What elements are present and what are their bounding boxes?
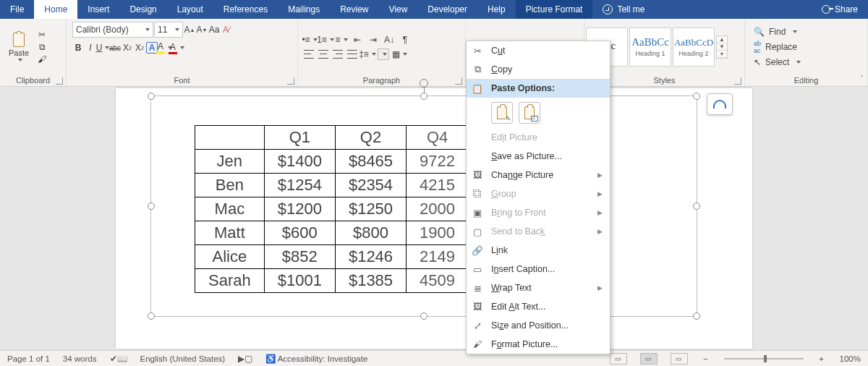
resize-handle-n[interactable] <box>420 93 427 100</box>
submenu-arrow-icon: ▶ <box>597 228 603 235</box>
context-menu: ✂Cut ⧉Copy 📋Paste Options: ✎ Edit Pictur… <box>466 41 610 354</box>
align-right-icon[interactable] <box>333 50 343 59</box>
rotate-handle[interactable] <box>420 79 428 88</box>
dialog-launcher-icon[interactable] <box>287 77 294 85</box>
cut-icon[interactable]: ✂ <box>36 29 48 41</box>
share-button[interactable]: Share <box>812 4 868 14</box>
replace-button[interactable]: abacReplace <box>751 39 804 55</box>
status-word-count[interactable]: 34 words <box>63 354 97 363</box>
tab-view[interactable]: View <box>379 0 418 19</box>
sort-icon[interactable]: A↓ <box>383 34 395 46</box>
ctx-format-picture[interactable]: 🖌Format Picture... <box>467 335 610 354</box>
grow-font-icon[interactable]: A▲ <box>184 24 195 35</box>
tab-mailings[interactable]: Mailings <box>278 0 330 19</box>
resize-handle-nw[interactable] <box>148 93 155 100</box>
subscript-button[interactable]: X2 <box>122 42 133 54</box>
tab-review[interactable]: Review <box>330 0 378 19</box>
dialog-launcher-icon[interactable] <box>455 77 462 85</box>
format-painter-icon[interactable]: 🖌 <box>36 54 48 65</box>
superscript-button[interactable]: X2 <box>134 42 145 54</box>
zoom-in-button[interactable]: + <box>817 354 827 363</box>
align-center-icon[interactable] <box>318 50 328 59</box>
bold-button[interactable]: B <box>72 42 84 54</box>
resize-handle-e[interactable] <box>693 203 700 210</box>
style-tile-heading2[interactable]: AaBbCcDHeading 2 <box>673 27 715 67</box>
font-name-combo[interactable]: Calibri (Body) <box>72 22 153 38</box>
justify-icon[interactable] <box>347 50 357 59</box>
ctx-cut[interactable]: ✂Cut <box>467 41 610 60</box>
view-print-layout[interactable]: ▭ <box>640 353 658 365</box>
clear-formatting-icon[interactable]: A⁄ <box>221 24 232 35</box>
align-left-icon[interactable] <box>304 50 314 59</box>
paste-button[interactable]: Paste <box>6 33 32 61</box>
zoom-slider[interactable] <box>724 358 804 359</box>
status-page[interactable]: Page 1 of 1 <box>7 354 50 363</box>
resize-handle-ne[interactable] <box>693 93 700 100</box>
tab-help[interactable]: Help <box>477 0 516 19</box>
tab-references[interactable]: References <box>213 0 278 19</box>
font-size-combo[interactable]: 11 <box>154 22 183 38</box>
tab-picture-format[interactable]: Picture Format <box>516 0 593 19</box>
ctx-change-picture[interactable]: 🖼Change Picture▶ <box>467 166 610 184</box>
decrease-indent-icon[interactable]: ⇤ <box>352 34 363 46</box>
search-icon: 🔍 <box>754 27 765 37</box>
macro-icon[interactable]: ▶▢ <box>238 354 252 364</box>
zoom-level[interactable]: 100% <box>840 354 861 363</box>
dialog-launcher-icon[interactable] <box>56 77 63 85</box>
resize-handle-w[interactable] <box>148 203 155 210</box>
select-button[interactable]: ↖Select <box>751 56 804 68</box>
ctx-edit-alt-text[interactable]: 🖼Edit Alt Text... <box>467 297 610 316</box>
status-language[interactable]: English (United States) <box>140 354 226 363</box>
ctx-save-as-picture[interactable]: Save as Picture... <box>467 147 610 166</box>
line-spacing-icon[interactable]: ‡≡ <box>362 48 373 60</box>
paste-keep-formatting-button[interactable]: ✎ <box>491 102 513 124</box>
ctx-copy[interactable]: ⧉Copy <box>467 60 610 79</box>
tab-layout[interactable]: Layout <box>167 0 213 19</box>
resize-handle-sw[interactable] <box>148 312 155 320</box>
zoom-thumb[interactable] <box>764 355 767 362</box>
tab-developer[interactable]: Developer <box>417 0 477 19</box>
show-marks-icon[interactable]: ¶ <box>399 34 411 46</box>
style-tile-heading1[interactable]: AaBbCcHeading 1 <box>629 27 671 67</box>
find-button[interactable]: 🔍Find <box>751 26 804 38</box>
status-accessibility[interactable]: ♿ Accessibility: Investigate <box>265 354 367 364</box>
dialog-launcher-icon[interactable] <box>734 77 741 85</box>
ctx-insert-caption[interactable]: ▭Insert Caption... <box>467 260 610 278</box>
change-case-icon[interactable]: Aa <box>208 24 220 35</box>
numbering-icon[interactable]: 1≡ <box>320 34 331 46</box>
layout-options-button[interactable] <box>707 93 733 115</box>
table-cell: $1246 <box>335 245 406 269</box>
ctx-link[interactable]: 🔗Link <box>467 241 610 260</box>
multilevel-list-icon[interactable]: ≡ <box>336 34 347 46</box>
view-read-mode[interactable]: ▭ <box>610 353 627 365</box>
view-web-layout[interactable]: ▭ <box>671 353 688 365</box>
collapse-ribbon-icon[interactable]: ˆ <box>861 75 863 83</box>
spellcheck-icon[interactable]: ✔📖 <box>110 354 127 364</box>
underline-button[interactable]: U <box>97 42 109 54</box>
font-color-icon[interactable]: A <box>171 42 182 54</box>
tell-me-search[interactable]: Tell me <box>592 4 655 14</box>
document-page[interactable]: Q1 Q2 Q4 Jen$1400$84659722 Ben$1254$2354… <box>116 88 752 349</box>
zoom-out-button[interactable]: − <box>701 354 711 363</box>
resize-handle-s[interactable] <box>420 312 427 320</box>
bullets-icon[interactable]: •≡ <box>304 34 315 46</box>
table-cell: $1385 <box>335 269 406 293</box>
shrink-font-icon[interactable]: A▼ <box>196 24 208 35</box>
increase-indent-icon[interactable]: ⇥ <box>367 34 379 46</box>
copy-icon[interactable]: ⧉ <box>36 41 48 53</box>
tab-insert[interactable]: Insert <box>77 0 119 19</box>
styles-gallery-scroll[interactable]: ▲▼▾ <box>716 35 728 59</box>
tab-file[interactable]: File <box>0 0 34 19</box>
resize-handle-se[interactable] <box>693 312 700 320</box>
italic-button[interactable]: I <box>85 42 96 54</box>
ctx-size-and-position[interactable]: ⤢Size and Position... <box>467 316 610 335</box>
picture-selection-frame[interactable]: Q1 Q2 Q4 Jen$1400$84659722 Ben$1254$2354… <box>150 95 697 317</box>
scissors-icon: ✂ <box>471 44 484 57</box>
tab-design[interactable]: Design <box>119 0 166 19</box>
borders-icon[interactable]: ▦ <box>393 48 405 60</box>
strikethrough-button[interactable]: abc <box>109 42 121 54</box>
tab-home[interactable]: Home <box>34 0 77 19</box>
ctx-wrap-text[interactable]: ≣Wrap Text▶ <box>467 278 610 297</box>
shading-icon[interactable] <box>378 48 389 60</box>
paste-picture-button[interactable] <box>519 102 540 124</box>
